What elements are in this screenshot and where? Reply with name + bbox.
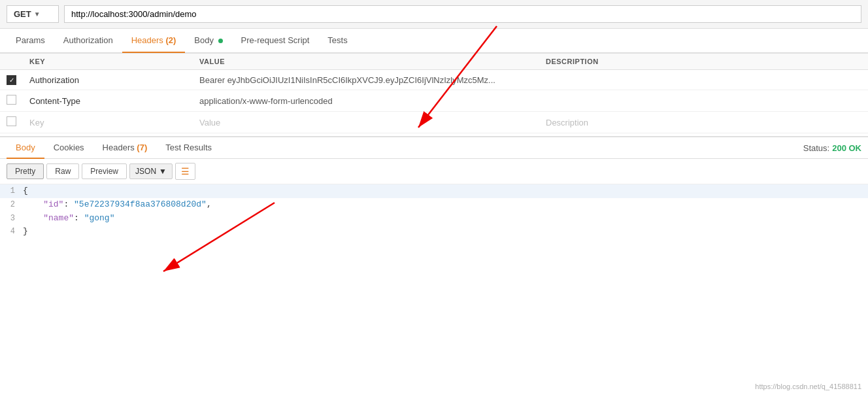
response-toolbar: Pretty Raw Preview JSON ▼ ☰: [0, 159, 868, 184]
code-line-3: 3 "name": "gong": [0, 212, 868, 226]
pretty-button[interactable]: Pretty: [7, 163, 44, 179]
row2-checkbox[interactable]: [0, 90, 23, 112]
request-tabs-row: Params Authorization Headers (2) Body Pr…: [0, 29, 868, 53]
format-select[interactable]: JSON ▼: [129, 163, 173, 179]
response-headers-badge: (7): [137, 143, 147, 152]
checkbox-unchecked-icon: [7, 116, 16, 126]
status-value: 200 OK: [832, 143, 861, 153]
row1-desc[interactable]: [539, 70, 868, 90]
method-select[interactable]: GET ▼: [7, 5, 59, 23]
row1-checkbox[interactable]: ✓: [0, 70, 23, 90]
wrap-icon: ☰: [181, 166, 190, 177]
response-tab-testresults[interactable]: Test Results: [156, 137, 221, 159]
table-row: Key Value Description: [0, 112, 868, 133]
line-content-4: }: [23, 225, 868, 239]
row3-desc[interactable]: Description: [539, 112, 868, 133]
format-chevron-icon: ▼: [159, 167, 167, 176]
response-section: Body Cookies Headers (7) Test Results St…: [0, 136, 868, 239]
row2-desc[interactable]: [539, 90, 868, 112]
row3-value[interactable]: Value: [193, 112, 539, 133]
line-num-3: 3: [0, 212, 23, 225]
tab-body-label: Body: [194, 35, 214, 45]
watermark: https://blog.csdn.net/q_41588811: [755, 383, 861, 390]
method-chevron-icon: ▼: [34, 10, 41, 18]
tab-tests[interactable]: Tests: [318, 29, 356, 53]
tab-authorization[interactable]: Authorization: [54, 29, 122, 53]
tab-params-label: Params: [16, 35, 45, 45]
raw-button[interactable]: Raw: [46, 163, 79, 179]
headers-badge: (2): [165, 35, 176, 45]
row2-value[interactable]: application/x-www-form-urlencoded: [193, 90, 539, 112]
headers-table: KEY VALUE DESCRIPTION ✓ Authorization: [0, 53, 868, 133]
col-desc-header: DESCRIPTION: [539, 54, 868, 70]
tab-headers[interactable]: Headers (2): [122, 29, 186, 53]
code-line-4: 4 }: [0, 225, 868, 239]
tab-body[interactable]: Body: [185, 29, 231, 53]
row3-key[interactable]: Key: [23, 112, 193, 133]
response-tab-cookies[interactable]: Cookies: [44, 137, 93, 159]
col-value-header: VALUE: [193, 54, 539, 70]
table-row: ✓ Authorization Bearer eyJhbGciOiJIUzI1N…: [0, 70, 868, 90]
response-tabs-row: Body Cookies Headers (7) Test Results St…: [0, 137, 868, 159]
line-num-4: 4: [0, 225, 23, 238]
line-content-2: "id": "5e72237934f8aa376808d20d",: [23, 198, 868, 212]
tab-prerequest-label: Pre-request Script: [241, 35, 310, 45]
method-label: GET: [14, 9, 31, 19]
wrap-button[interactable]: ☰: [175, 163, 195, 180]
preview-button[interactable]: Preview: [82, 163, 127, 179]
line-content-1: {: [23, 184, 868, 198]
url-bar: GET ▼: [0, 0, 868, 29]
tab-headers-label: Headers (2): [131, 35, 176, 45]
response-status: Status: 200 OK: [803, 143, 861, 153]
line-num-2: 2: [0, 198, 23, 211]
response-tab-body[interactable]: Body: [7, 137, 44, 159]
tab-tests-label: Tests: [327, 35, 347, 45]
code-line-1: 1 {: [0, 184, 868, 198]
response-tab-headers[interactable]: Headers (7): [93, 137, 157, 159]
line-num-1: 1: [0, 184, 23, 197]
line-content-3: "name": "gong": [23, 212, 868, 226]
col-key-header: KEY: [23, 54, 193, 70]
url-input[interactable]: [64, 5, 861, 23]
col-checkbox: [0, 54, 23, 70]
table-row: Content-Type application/x-www-form-urle…: [0, 90, 868, 112]
format-label: JSON: [135, 167, 156, 176]
checkbox-checked-icon: ✓: [7, 75, 16, 85]
tab-prerequest[interactable]: Pre-request Script: [232, 29, 319, 53]
body-dot-icon: [218, 39, 223, 43]
checkbox-unchecked-icon: [7, 95, 16, 105]
code-area: 1 { 2 "id": "5e72237934f8aa376808d20d", …: [0, 184, 868, 239]
row3-checkbox[interactable]: [0, 112, 23, 133]
tab-params[interactable]: Params: [7, 29, 54, 53]
code-line-2: 2 "id": "5e72237934f8aa376808d20d",: [0, 198, 868, 212]
row2-key[interactable]: Content-Type: [23, 90, 193, 112]
row1-value[interactable]: Bearer eyJhbGciOiJIUzI1NiIsInR5cCI6IkpXV…: [193, 70, 539, 90]
tab-authorization-label: Authorization: [63, 35, 113, 45]
row1-key[interactable]: Authorization: [23, 70, 193, 90]
